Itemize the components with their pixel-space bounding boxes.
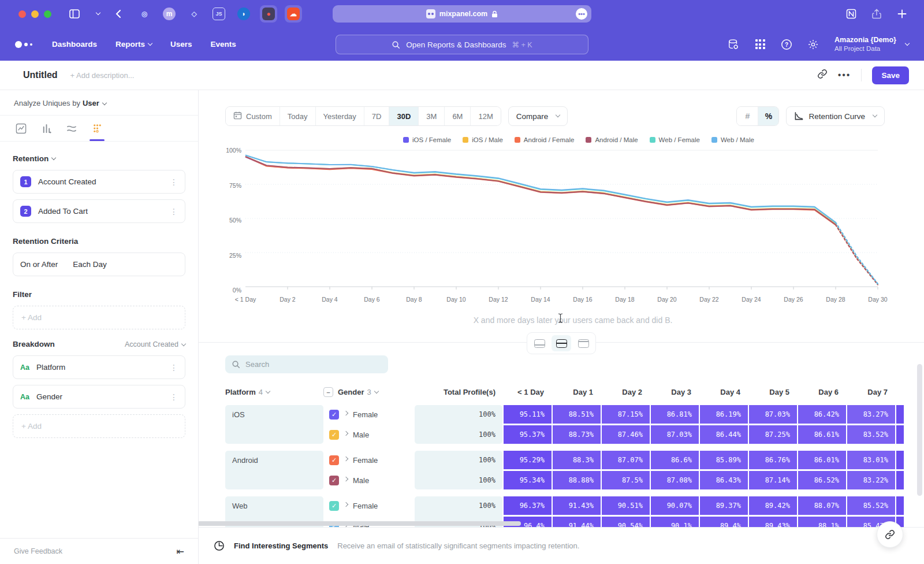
retention-cell[interactable]: 95.34% <box>504 471 552 489</box>
retention-cell[interactable]: 90.51% <box>602 496 650 515</box>
expand-chevron-icon[interactable] <box>344 431 348 436</box>
checkbox-web-female[interactable]: ✓ <box>329 501 339 511</box>
series-line[interactable] <box>245 157 836 225</box>
compare-button[interactable]: Compare <box>508 106 568 126</box>
retention-cell[interactable]: 95.11% <box>504 405 552 424</box>
series-line[interactable] <box>245 157 836 225</box>
retention-cell[interactable]: 86.42% <box>798 405 846 424</box>
save-button[interactable]: Save <box>872 66 909 84</box>
address-more-button[interactable]: ••• <box>576 8 587 20</box>
legend-item[interactable]: Android / Male <box>586 136 638 143</box>
page-title[interactable]: Untitled <box>23 70 58 80</box>
mixpanel-logo-icon[interactable] <box>15 41 32 48</box>
retention-cell[interactable]: 90.07% <box>651 496 699 515</box>
close-button[interactable] <box>18 10 26 18</box>
retention-cell[interactable]: 87.03% <box>651 425 699 444</box>
apps-grid-icon[interactable] <box>754 38 766 51</box>
series-line[interactable] <box>245 157 836 224</box>
retention-cell[interactable]: 86.01% <box>798 451 846 469</box>
horizontal-scrollbar[interactable] <box>199 521 521 526</box>
js-extension-icon[interactable]: JS <box>210 5 228 23</box>
soundcloud-extension-icon[interactable]: ☁ <box>285 5 302 23</box>
retention-cell[interactable]: 83.22% <box>847 471 895 489</box>
share-link-button[interactable] <box>877 521 903 548</box>
retention-cell[interactable]: 87.5% <box>602 471 650 489</box>
range-3m[interactable]: 3M <box>418 107 444 125</box>
gender-column-header[interactable]: – Gender 3 <box>323 387 415 397</box>
vertical-scrollbar[interactable] <box>917 364 922 496</box>
retention-cell[interactable]: 87.08% <box>651 471 699 489</box>
collapse-sidebar-icon[interactable]: ⇤ <box>177 546 184 557</box>
global-search[interactable]: Open Reports & Dashboards ⌘ + K <box>336 35 588 54</box>
series-line[interactable] <box>836 222 878 284</box>
analyze-value[interactable]: User <box>83 99 99 107</box>
add-description[interactable]: + Add description... <box>70 71 135 80</box>
sidebar-toggle-icon[interactable] <box>68 7 81 21</box>
retention-cell[interactable]: 86.19% <box>700 405 748 424</box>
checkbox-ios-male[interactable]: ✓ <box>329 430 339 440</box>
series-line[interactable] <box>245 155 836 222</box>
retention-cell[interactable]: 87.03% <box>749 405 797 424</box>
chart-type-button[interactable]: Retention Curve <box>786 106 885 126</box>
retention-cell[interactable]: 83.52% <box>847 425 895 444</box>
cube-extension-icon[interactable]: ◇ <box>185 5 203 23</box>
legend-item[interactable]: iOS / Female <box>403 136 451 143</box>
plot-area[interactable] <box>245 150 878 290</box>
retention-step-1[interactable]: 1Account Created⋮ <box>13 170 185 194</box>
more-options-icon[interactable]: ••• <box>838 70 851 80</box>
range-7d[interactable]: 7D <box>364 107 389 125</box>
back-button[interactable] <box>111 7 125 21</box>
analyze-uniques-row[interactable]: Analyze Uniques byUser <box>0 90 198 116</box>
expand-chevron-icon[interactable] <box>344 502 348 507</box>
step-options-icon[interactable]: ⋮ <box>170 207 178 216</box>
checkbox-ios-female[interactable]: ✓ <box>329 410 339 420</box>
retention-cell[interactable]: 95.29% <box>504 451 552 469</box>
retention-cell[interactable]: 88.73% <box>553 425 601 444</box>
retention-cell[interactable]: 86.52% <box>798 471 846 489</box>
retention-cell[interactable]: 89.42% <box>749 496 797 515</box>
legend-item[interactable]: Web / Female <box>650 136 700 143</box>
maximize-button[interactable] <box>44 10 51 18</box>
notion-tab-icon[interactable] <box>844 7 858 21</box>
retention-cell[interactable]: 86.43% <box>700 471 748 489</box>
breakdown-add-button[interactable]: + Add <box>13 414 185 438</box>
retention-cell[interactable]: 83.01% <box>847 451 895 469</box>
retention-step-2[interactable]: 2Added To Cart⋮ <box>13 199 185 223</box>
tab-bars-icon[interactable] <box>33 116 59 141</box>
criteria-mode[interactable]: On or After <box>20 260 58 269</box>
criteria-card[interactable]: On or After Each Day <box>13 253 185 276</box>
platform-column-header[interactable]: Platform 4 <box>225 388 323 396</box>
help-icon[interactable]: ? <box>780 38 793 51</box>
retention-cell[interactable]: 86.6% <box>651 451 699 469</box>
minimize-button[interactable] <box>31 10 39 18</box>
series-line[interactable] <box>245 157 836 225</box>
retention-section-header[interactable]: Retention <box>13 154 185 163</box>
expand-chevron-icon[interactable] <box>344 477 348 481</box>
retention-cell[interactable]: 91.43% <box>553 496 601 515</box>
breakdown-platform[interactable]: AaPlatform⋮ <box>13 355 185 379</box>
range-custom[interactable]: Custom <box>226 107 280 125</box>
breakdown-gender[interactable]: AaGender⋮ <box>13 385 185 409</box>
swan-extension-icon[interactable]: ◗ <box>235 5 252 23</box>
filter-add-button[interactable]: + Add <box>13 306 185 329</box>
checkbox-android-female[interactable]: ✓ <box>329 455 339 465</box>
range-6m[interactable]: 6M <box>444 107 470 125</box>
retention-cell[interactable]: 86.76% <box>749 451 797 469</box>
select-all-checkbox[interactable]: – <box>323 387 333 397</box>
copy-link-icon[interactable] <box>817 69 828 81</box>
data-management-icon[interactable] <box>727 38 740 51</box>
table-search-input[interactable]: Search <box>225 355 388 373</box>
retention-cell[interactable]: 87.07% <box>602 451 650 469</box>
range-12m[interactable]: 12M <box>470 107 500 125</box>
retention-cell[interactable]: 87.46% <box>602 425 650 444</box>
breakdown-options-icon[interactable]: ⋮ <box>170 363 178 372</box>
retention-cell[interactable]: 88.88% <box>553 471 601 489</box>
retention-cell[interactable]: 86.61% <box>798 425 846 444</box>
tab-flows-icon[interactable] <box>59 116 84 141</box>
give-feedback-link[interactable]: Give Feedback <box>14 547 62 555</box>
range-yesterday[interactable]: Yesterday <box>315 107 364 125</box>
retention-cell[interactable]: 85.52% <box>847 496 895 515</box>
legend-item[interactable]: iOS / Male <box>463 136 503 143</box>
settings-gear-icon[interactable] <box>807 38 819 51</box>
nav-item-users[interactable]: Users <box>170 40 192 49</box>
